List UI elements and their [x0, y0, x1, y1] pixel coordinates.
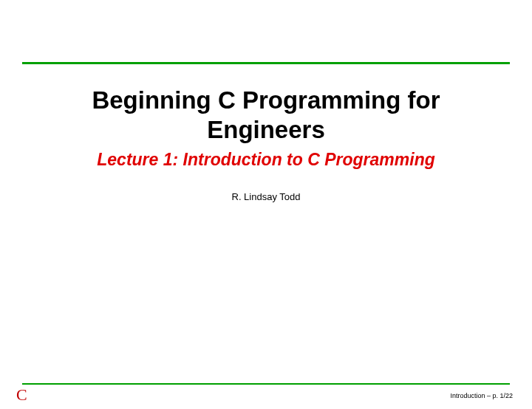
bottom-divider: [22, 383, 510, 385]
author-name: R. Lindsay Todd: [22, 191, 510, 202]
slide-title: Beginning C Programming for Engineers: [22, 86, 510, 144]
title-line-1: Beginning C Programming for: [92, 86, 440, 114]
logo-icon: C: [16, 387, 27, 403]
page-number: Introduction – p. 1/22: [450, 392, 513, 399]
title-line-2: Engineers: [207, 116, 325, 143]
slide-subtitle: Lecture 1: Introduction to C Programming: [22, 150, 510, 170]
top-divider: [22, 62, 510, 64]
